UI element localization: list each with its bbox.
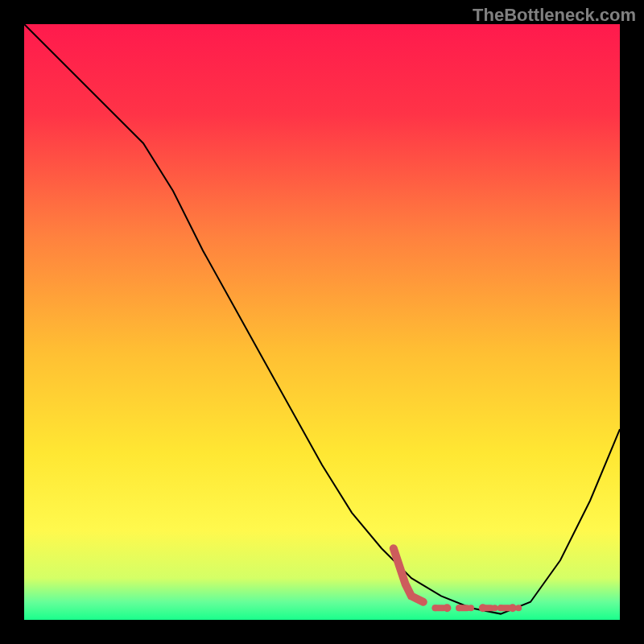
bottleneck-chart: [0, 0, 644, 644]
svg-point-2: [443, 604, 451, 612]
svg-point-12: [515, 605, 522, 611]
svg-point-8: [492, 605, 498, 611]
svg-point-5: [468, 605, 474, 611]
watermark-text: TheBottleneck.com: [473, 5, 636, 26]
chart-container: TheBottleneck.com: [0, 0, 644, 644]
